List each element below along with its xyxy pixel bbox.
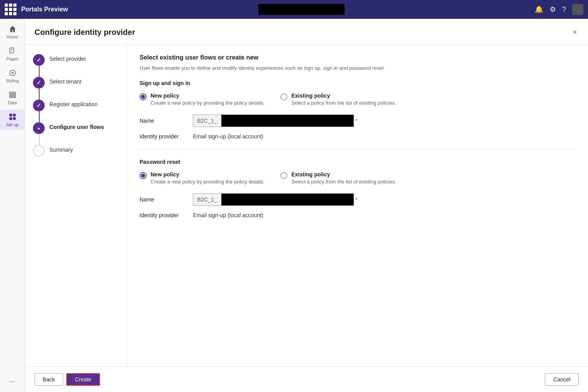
bell-icon[interactable]: 🔔 (535, 5, 543, 14)
password-reset-name-input[interactable] (221, 193, 354, 206)
password-reset-name-label: Name (140, 196, 187, 203)
password-reset-new-policy-option[interactable]: New policy Create a new policy by provid… (140, 171, 265, 185)
svg-rect-6 (9, 94, 16, 96)
password-reset-identity-provider-label: Identity provider (140, 212, 187, 218)
connector-1-2 (39, 66, 40, 77)
step-select-provider: ✓ Select provider (33, 54, 119, 66)
sidebar-item-styling-label: Styling (6, 78, 19, 83)
step-summary: Summary (33, 145, 119, 157)
step-5-label: Summary (49, 145, 73, 153)
svg-rect-8 (9, 114, 12, 116)
top-navigation: Portals Preview 🔔 ⚙ ? (0, 0, 588, 19)
sign-up-name-input-group: B2C_1_ * (193, 114, 358, 127)
sign-up-new-policy-radio[interactable] (140, 93, 147, 100)
svg-rect-2 (11, 50, 13, 51)
step-5-circle (33, 145, 45, 157)
sign-up-existing-policy-option[interactable]: Existing policy Select a policy from the… (280, 93, 396, 107)
step-configure-user-flows: ● Configure user flows (33, 122, 119, 134)
password-reset-new-policy-radio[interactable] (140, 172, 147, 179)
password-reset-section-heading: Password reset (140, 159, 575, 165)
content-title: Select existing user flows or create new (140, 54, 575, 61)
password-reset-name-required: * (356, 196, 358, 203)
password-reset-name-prefix: B2C_1_ (193, 193, 221, 206)
search-bar (258, 4, 345, 15)
password-reset-new-policy-desc: Create a new policy by providing the pol… (151, 178, 265, 185)
configure-identity-provider-dialog: Configure identity provider × ✓ Select p… (25, 19, 588, 392)
sign-up-name-required: * (356, 118, 358, 124)
icon-sidebar: Home Pages Styling Data Set up ··· (0, 19, 25, 392)
svg-rect-9 (13, 114, 16, 116)
password-reset-existing-policy-option[interactable]: Existing policy Select a policy from the… (280, 171, 396, 185)
sidebar-item-home[interactable]: Home (0, 22, 25, 42)
dialog-main-content: Select existing user flows or create new… (127, 45, 588, 367)
svg-rect-7 (9, 96, 16, 98)
password-reset-existing-policy-label: Existing policy (291, 171, 396, 178)
password-reset-identity-provider-row: Identity provider Email sign-up (local a… (140, 212, 575, 218)
dialog-close-button[interactable]: × (571, 27, 579, 38)
content-description: User flows enable you to define and modi… (140, 64, 575, 72)
sidebar-item-data-label: Data (8, 100, 17, 105)
step-select-tenant: ✓ Select tenant (33, 77, 119, 89)
more-menu[interactable]: ··· (9, 377, 16, 386)
user-avatar[interactable] (572, 4, 583, 15)
sidebar-item-setup-label: Set up (6, 122, 19, 127)
sign-up-existing-policy-label: Existing policy (291, 93, 396, 99)
sidebar-item-styling[interactable]: Styling (0, 66, 25, 86)
svg-rect-5 (9, 92, 16, 93)
dialog-header: Configure identity provider × (25, 19, 588, 45)
wizard-steps: ✓ Select provider ✓ Select tenant ✓ (25, 45, 127, 367)
dialog-title: Configure identity provider (34, 28, 135, 37)
step-2-label: Select tenant (49, 77, 82, 85)
svg-rect-11 (13, 117, 16, 120)
sidebar-item-home-label: Home (7, 34, 18, 39)
sign-up-new-policy-desc: Create a new policy by providing the pol… (151, 100, 265, 107)
sidebar-item-data[interactable]: Data (0, 88, 25, 108)
step-register-application: ✓ Register application (33, 100, 119, 111)
step-1-label: Select provider (49, 54, 86, 62)
sign-up-radio-group: New policy Create a new policy by provid… (140, 93, 575, 107)
connector-2-3 (39, 89, 40, 100)
waffle-menu[interactable] (5, 4, 16, 15)
cancel-button[interactable]: Cancel (545, 373, 579, 386)
step-3-circle: ✓ (33, 100, 45, 111)
sign-up-section-heading: Sign up and sign in (140, 80, 575, 86)
password-reset-name-row: Name B2C_1_ * (140, 193, 575, 206)
connector-3-4 (39, 111, 40, 122)
password-reset-identity-provider-value: Email sign-up (local account) (193, 212, 263, 218)
sign-up-identity-provider-row: Identity provider Email sign-up (local a… (140, 133, 575, 140)
password-reset-name-input-group: B2C_1_ * (193, 193, 358, 206)
step-3-label: Register application (49, 100, 98, 107)
main-layout: Home Pages Styling Data Set up ··· New d… (0, 19, 588, 392)
sidebar-item-setup[interactable]: Set up (0, 110, 25, 130)
sign-up-existing-policy-desc: Select a policy from the list of existin… (291, 100, 396, 107)
sign-up-new-policy-label: New policy (151, 93, 265, 99)
sidebar-item-pages-label: Pages (6, 56, 18, 61)
svg-rect-10 (9, 117, 12, 120)
create-button[interactable]: Create (66, 373, 100, 386)
sign-up-name-prefix: B2C_1_ (193, 114, 221, 127)
sign-up-name-input[interactable] (221, 114, 354, 127)
password-reset-new-policy-label: New policy (151, 171, 265, 178)
connector-4-5 (39, 134, 40, 145)
step-4-circle: ● (33, 122, 45, 134)
password-reset-radio-group: New policy Create a new policy by provid… (140, 171, 575, 185)
help-icon[interactable]: ? (562, 5, 566, 14)
sign-up-existing-policy-radio[interactable] (280, 93, 287, 100)
step-4-label: Configure user flows (49, 122, 104, 130)
sign-up-name-row: Name B2C_1_ * (140, 114, 575, 127)
sign-up-new-policy-option[interactable]: New policy Create a new policy by provid… (140, 93, 265, 107)
sidebar-item-pages[interactable]: Pages (0, 44, 25, 64)
back-button[interactable]: Back (34, 373, 63, 386)
sign-up-identity-provider-label: Identity provider (140, 133, 187, 140)
topnav-icons: 🔔 ⚙ ? (535, 4, 583, 15)
svg-rect-1 (11, 49, 13, 49)
sign-up-name-label: Name (140, 118, 187, 124)
dialog-footer: Back Create Cancel (25, 367, 588, 392)
section-divider (140, 149, 575, 149)
step-2-circle: ✓ (33, 77, 45, 89)
password-reset-existing-policy-radio[interactable] (280, 172, 287, 179)
gear-icon[interactable]: ⚙ (550, 5, 556, 14)
password-reset-existing-policy-desc: Select a policy from the list of existin… (291, 178, 396, 185)
app-title: Portals Preview (21, 6, 68, 13)
dialog-body: ✓ Select provider ✓ Select tenant ✓ (25, 45, 588, 367)
